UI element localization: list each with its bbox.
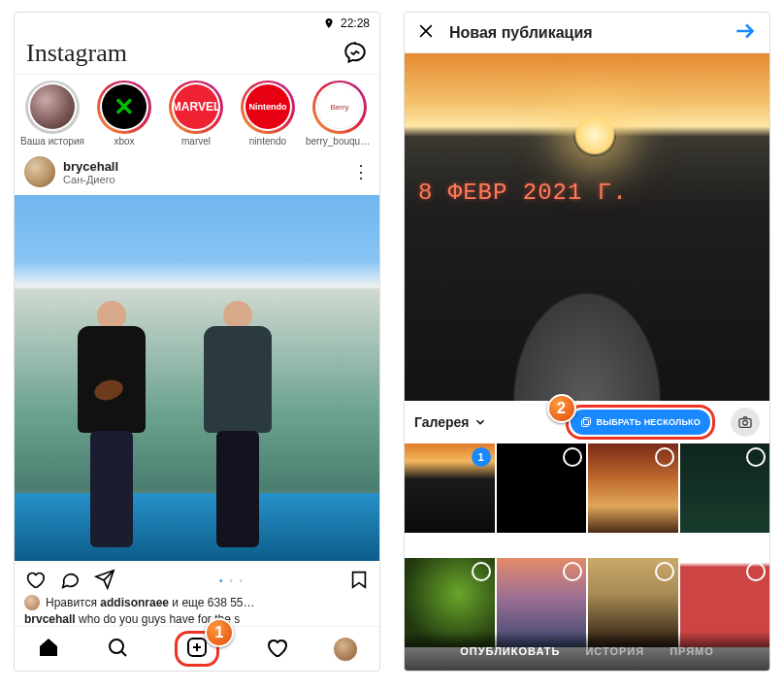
phone-instagram-feed: 22:28 Instagram Ваша история ✕ xbox MARV… — [14, 12, 380, 672]
svg-rect-2 — [583, 418, 590, 425]
post-actions: • • • — [15, 561, 379, 595]
media-preview[interactable]: 8 ФЕВР 2021 Г. — [405, 53, 769, 401]
post-username[interactable]: brycehall — [63, 159, 118, 174]
story-xbox[interactable]: ✕ xbox — [90, 81, 158, 148]
stories-row[interactable]: Ваша история ✕ xbox MARVEL marvel Ninten… — [15, 75, 379, 149]
tab-live[interactable]: ПРЯМО — [670, 645, 714, 657]
page-title: Новая публикация — [449, 24, 719, 42]
status-time: 22:28 — [341, 16, 370, 30]
camera-button[interactable] — [731, 408, 760, 437]
annotation-badge-2: 2 — [547, 394, 576, 423]
selection-indicator — [746, 447, 766, 467]
gallery-grid: 1 ОПУБЛИКОВАТЬ ИСТОРИЯ ПРЯМО — [405, 443, 769, 671]
nav-create-button[interactable]: 1 — [175, 631, 219, 667]
messenger-icon[interactable] — [343, 40, 368, 68]
selection-indicator — [563, 447, 582, 467]
nav-home-icon[interactable] — [37, 636, 60, 662]
tab-story[interactable]: ИСТОРИЯ — [585, 645, 644, 657]
nav-activity-icon[interactable] — [265, 636, 288, 662]
likes-row[interactable]: Нравится addisonraee и еще 638 55… — [15, 595, 379, 610]
story-berry[interactable]: Berry berry_bouque… — [306, 81, 374, 148]
bookmark-icon[interactable] — [348, 569, 370, 593]
nav-search-icon[interactable] — [106, 636, 129, 662]
selection-indicator — [472, 562, 491, 581]
story-label: Ваша история — [18, 136, 86, 147]
svg-point-5 — [743, 420, 748, 425]
camera-icon — [737, 414, 753, 430]
tab-publish[interactable]: ОПУБЛИКОВАТЬ — [460, 645, 560, 657]
select-multiple-highlight: ВЫБРАТЬ НЕСКОЛЬКО 2 — [566, 405, 715, 440]
svg-rect-3 — [581, 420, 588, 427]
post-caption[interactable]: brvcehall who do you guys have for the s — [15, 610, 379, 626]
next-arrow-icon[interactable] — [733, 18, 758, 47]
comment-icon[interactable] — [59, 569, 81, 593]
post-avatar[interactable] — [24, 156, 55, 187]
selection-indicator: 1 — [472, 447, 491, 467]
like-icon[interactable] — [24, 569, 46, 593]
gallery-toolbar: Галерея ВЫБРАТЬ НЕСКОЛЬКО 2 — [405, 401, 769, 443]
location-icon — [323, 17, 335, 29]
selection-indicator — [746, 562, 766, 581]
chevron-down-icon — [474, 415, 487, 429]
select-multiple-button[interactable]: ВЫБРАТЬ НЕСКОЛЬКО — [571, 410, 710, 435]
gallery-thumb[interactable] — [680, 443, 770, 533]
preview-date-overlay: 8 ФЕВР 2021 Г. — [418, 180, 628, 206]
selection-indicator — [655, 562, 674, 581]
share-icon[interactable] — [94, 569, 115, 593]
nav-profile-avatar[interactable] — [334, 638, 357, 661]
close-icon[interactable] — [416, 21, 436, 44]
selection-indicator — [655, 447, 674, 467]
instagram-logo: Instagram — [26, 39, 127, 68]
multi-select-icon — [580, 416, 592, 428]
status-bar: 22:28 — [15, 13, 379, 34]
phone-new-post: Новая публикация 8 ФЕВР 2021 Г. Галерея … — [404, 12, 770, 672]
story-your-story[interactable]: Ваша история — [18, 81, 86, 148]
post-header: brycehall Сан-Диего ⋮ — [15, 148, 379, 195]
story-partial[interactable]: ne — [377, 81, 379, 148]
gallery-thumb[interactable] — [497, 443, 587, 533]
new-post-header: Новая публикация — [405, 13, 769, 53]
carousel-dots: • • • — [129, 575, 335, 586]
post-location[interactable]: Сан-Диего — [63, 174, 118, 185]
story-marvel[interactable]: MARVEL marvel — [162, 81, 230, 148]
mode-tabs: ОПУБЛИКОВАТЬ ИСТОРИЯ ПРЯМО — [405, 632, 769, 671]
gallery-thumb[interactable]: 1 — [405, 443, 495, 533]
selection-indicator — [563, 562, 582, 581]
gallery-dropdown[interactable]: Галерея — [414, 414, 487, 430]
app-header: Instagram — [15, 34, 379, 75]
bottom-nav: 1 — [15, 626, 379, 671]
svg-point-0 — [110, 640, 123, 653]
post-image[interactable] — [15, 195, 379, 561]
story-nintendo[interactable]: Nintendo nintendo — [234, 81, 302, 148]
gallery-thumb[interactable] — [588, 443, 678, 533]
liker-avatar — [24, 595, 40, 610]
annotation-badge-1: 1 — [205, 618, 234, 647]
